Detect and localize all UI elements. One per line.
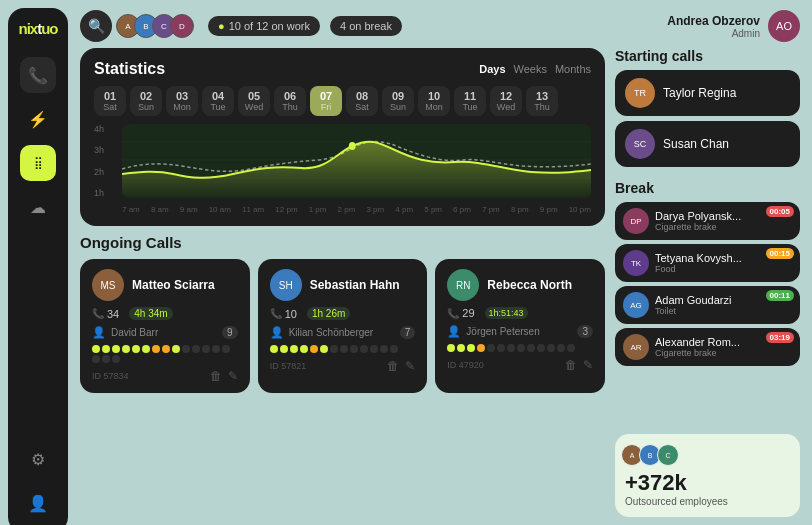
user-profile[interactable]: Andrea Obzerov Admin AO: [667, 10, 800, 42]
chart-y-labels: 4h3h2h1h: [94, 124, 118, 198]
call-id-1: ID 57834: [92, 371, 129, 381]
call-name-2: Sebastian Hahn: [310, 278, 400, 292]
call-dots-1: [92, 345, 238, 363]
break-timer-3: 00:11: [766, 290, 794, 301]
edit-icon[interactable]: ✎: [405, 359, 415, 373]
person-name-taylor: Taylor Regina: [663, 86, 736, 100]
break-reason-3: Toilet: [655, 306, 792, 316]
delete-icon[interactable]: 🗑: [387, 359, 399, 373]
break-person-4: AR Alexander Rom... Cigarette brake 03:1…: [615, 328, 800, 366]
call-header-3: RN Rebecca North: [447, 269, 593, 301]
topbar: 🔍 A B C D ● 10 of 12 on work 4 on break …: [76, 0, 812, 48]
search-button[interactable]: 🔍: [80, 10, 112, 42]
chart-area: 4h3h2h1h: [94, 124, 591, 214]
call-duration-1: 4h 34m: [129, 307, 172, 320]
break-timer-4: 03:19: [766, 332, 794, 343]
edit-icon[interactable]: ✎: [583, 358, 593, 372]
call-actions-2[interactable]: 🗑 ✎: [387, 359, 415, 373]
outsourced-label: Outsourced employees: [625, 496, 790, 507]
tab-months[interactable]: Months: [555, 63, 591, 75]
svg-point-3: [349, 142, 356, 150]
on-break-badge: 4 on break: [330, 16, 402, 36]
call-actions-1[interactable]: 🗑 ✎: [210, 369, 238, 383]
sidebar-icon-phone[interactable]: 📞: [20, 57, 56, 93]
date-06[interactable]: 06Thu: [274, 86, 306, 116]
app-logo: nixtuo: [18, 20, 57, 37]
date-08[interactable]: 08Sat: [346, 86, 378, 116]
statistics-section: Statistics Days Weeks Months 01Sat 02Sun…: [80, 48, 605, 226]
call-avatar-3: RN: [447, 269, 479, 301]
call-card-2: SH Sebastian Hahn 📞10 1h 26m: [258, 259, 428, 393]
content-area: Statistics Days Weeks Months 01Sat 02Sun…: [76, 48, 812, 525]
break-reason-2: Food: [655, 264, 792, 274]
date-11[interactable]: 11Tue: [454, 86, 486, 116]
sidebar-icon-cloud[interactable]: ☁: [20, 189, 56, 225]
call-avatar-1: MS: [92, 269, 124, 301]
chart-container: [122, 124, 591, 198]
worker-avatars: A B C D: [122, 14, 194, 38]
worker-avatar: D: [170, 14, 194, 38]
chart-svg: [122, 124, 591, 198]
call-header-1: MS Matteo Sciarra: [92, 269, 238, 301]
call-stats-2: 📞10 1h 26m: [270, 307, 416, 320]
person-avatar-susan: SC: [625, 129, 655, 159]
date-09[interactable]: 09Sun: [382, 86, 414, 116]
date-12[interactable]: 12Wed: [490, 86, 522, 116]
main-content: 🔍 A B C D ● 10 of 12 on work 4 on break …: [76, 0, 812, 525]
edit-icon[interactable]: ✎: [228, 369, 238, 383]
sidebar-icon-settings[interactable]: ⚙: [20, 441, 56, 477]
date-13[interactable]: 13Thu: [526, 86, 558, 116]
sidebar-icon-grid[interactable]: ⣿: [20, 145, 56, 181]
sidebar-icon-user[interactable]: 👤: [20, 485, 56, 521]
break-section: Break DP Darya Polyansk... Cigarette bra…: [615, 180, 800, 370]
tab-days[interactable]: Days: [479, 63, 505, 75]
call-header-2: SH Sebastian Hahn: [270, 269, 416, 301]
call-card-1: MS Matteo Sciarra 📞34 4h 34m: [80, 259, 250, 393]
call-count-1: 📞34: [92, 308, 119, 320]
tab-weeks[interactable]: Weeks: [514, 63, 547, 75]
date-05[interactable]: 05Wed: [238, 86, 270, 116]
call-actions-3[interactable]: 🗑 ✎: [565, 358, 593, 372]
date-03[interactable]: 03Mon: [166, 86, 198, 116]
user-name: Andrea Obzerov: [667, 14, 760, 28]
person-name-susan: Susan Chan: [663, 137, 729, 151]
starting-calls-title: Starting calls: [615, 48, 800, 64]
starting-calls-section: Starting calls TR Taylor Regina SC Susan…: [615, 48, 800, 172]
user-info: Andrea Obzerov Admin: [667, 14, 760, 39]
outsourced-av3: C: [657, 444, 679, 466]
outsourced-number: +372k: [625, 470, 790, 496]
break-title: Break: [615, 180, 800, 196]
starting-person-2: SC Susan Chan: [615, 121, 800, 167]
break-avatar-3: AG: [623, 292, 649, 318]
calls-grid: MS Matteo Sciarra 📞34 4h 34m: [80, 259, 605, 393]
break-reason-1: Cigarette brake: [655, 222, 792, 232]
stats-header: Statistics Days Weeks Months: [94, 60, 591, 78]
date-04[interactable]: 04Tue: [202, 86, 234, 116]
call-dots-3: [447, 344, 593, 352]
user-avatar: AO: [768, 10, 800, 42]
call-name-1: Matteo Sciarra: [132, 278, 215, 292]
call-avatar-2: SH: [270, 269, 302, 301]
date-row: 01Sat 02Sun 03Mon 04Tue 05Wed 06Thu 07Fr…: [94, 86, 591, 116]
call-footer-2: ID 57821 🗑 ✎: [270, 359, 416, 373]
ongoing-calls-section: Ongoing Calls MS Matteo Sciarra 📞34: [80, 234, 605, 393]
delete-icon[interactable]: 🗑: [210, 369, 222, 383]
date-07[interactable]: 07Fri: [310, 86, 342, 116]
call-agent-3: 👤Jörgen Petersen 3: [447, 325, 593, 338]
call-duration-3: 1h:51:43: [485, 307, 528, 319]
outsourced-card: A B C +372k Outsourced employees: [615, 434, 800, 517]
date-02[interactable]: 02Sun: [130, 86, 162, 116]
call-agent-2: 👤Kilian Schönberger 7: [270, 326, 416, 339]
date-01[interactable]: 01Sat: [94, 86, 126, 116]
call-card-3: RN Rebecca North 📞29 1h:51:43: [435, 259, 605, 393]
break-timer-1: 00:05: [766, 206, 794, 217]
chart-x-labels: 7 am8 am9 am10 am11 am12 pm1 pm2 pm3 pm4…: [122, 205, 591, 214]
sidebar-icon-lightning[interactable]: ⚡: [20, 101, 56, 137]
call-stats-3: 📞29 1h:51:43: [447, 307, 593, 319]
delete-icon[interactable]: 🗑: [565, 358, 577, 372]
date-10[interactable]: 10Mon: [418, 86, 450, 116]
stats-tabs: Days Weeks Months: [479, 63, 591, 75]
break-reason-4: Cigarette brake: [655, 348, 792, 358]
break-person-2: TK Tetyana Kovysh... Food 00:15: [615, 244, 800, 282]
call-stats-1: 📞34 4h 34m: [92, 307, 238, 320]
